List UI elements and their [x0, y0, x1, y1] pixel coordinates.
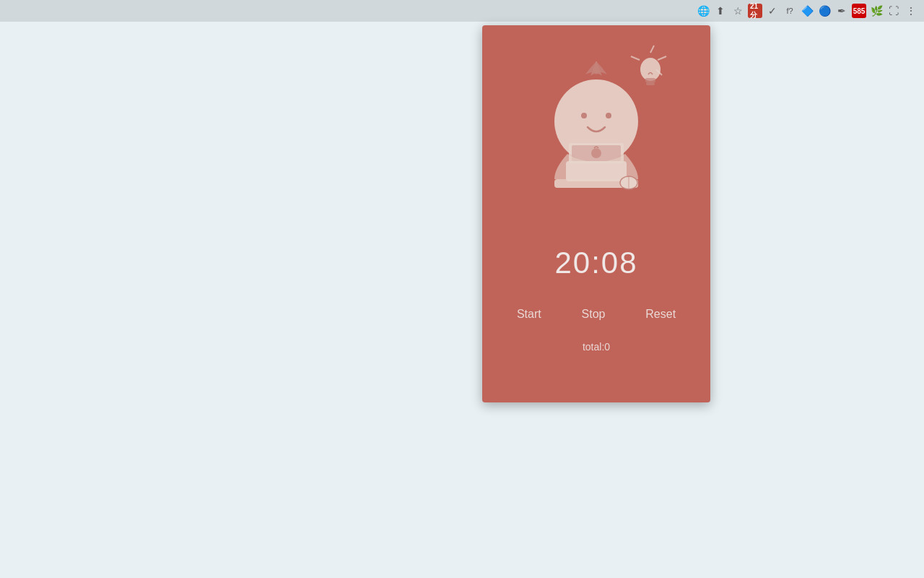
total-display: total:0	[583, 341, 610, 353]
pomodoro-ext-icon[interactable]: 21分	[748, 4, 762, 18]
svg-rect-6	[646, 82, 655, 85]
eyedropper-icon[interactable]: ✒	[834, 4, 849, 18]
svg-point-15	[591, 148, 601, 158]
menu-icon[interactable]: ⋮	[904, 4, 918, 18]
translate-icon[interactable]: 🌐	[696, 4, 710, 18]
ext1-icon[interactable]: 🔷	[800, 4, 814, 18]
browser-toolbar: 🌐 ⬆ ☆ 21分 ✓ f? 🔷 🔵 ✒ 585 🌿 ⛶ ⋮	[0, 0, 924, 22]
gmail-icon[interactable]: 585	[852, 4, 866, 18]
pomodoro-illustration	[482, 25, 710, 238]
svg-point-10	[606, 113, 611, 118]
stop-button[interactable]: Stop	[570, 302, 617, 327]
timer-buttons: Start Stop Reset	[482, 302, 710, 327]
expand-icon[interactable]: ⛶	[886, 4, 901, 18]
svg-point-9	[581, 113, 587, 118]
reset-button[interactable]: Reset	[634, 302, 687, 327]
svg-rect-5	[645, 78, 655, 82]
star-icon[interactable]: ☆	[731, 4, 745, 18]
ext2-icon[interactable]: 🔵	[817, 4, 832, 18]
pomodoro-popup: 20:08 Start Stop Reset total:0	[482, 25, 710, 402]
grammarly-icon[interactable]: ✓	[765, 4, 780, 18]
svg-line-0	[650, 46, 654, 53]
content-area: 20:08 Start Stop Reset total:0	[0, 22, 924, 578]
ext3-icon[interactable]: 🌿	[869, 4, 884, 18]
timer-display: 20:08	[554, 246, 637, 280]
svg-point-4	[640, 58, 661, 81]
svg-line-2	[631, 56, 640, 60]
start-button[interactable]: Start	[505, 302, 553, 327]
share-icon[interactable]: ⬆	[713, 4, 728, 18]
formula-icon[interactable]: f?	[783, 4, 797, 18]
svg-line-1	[658, 56, 666, 60]
